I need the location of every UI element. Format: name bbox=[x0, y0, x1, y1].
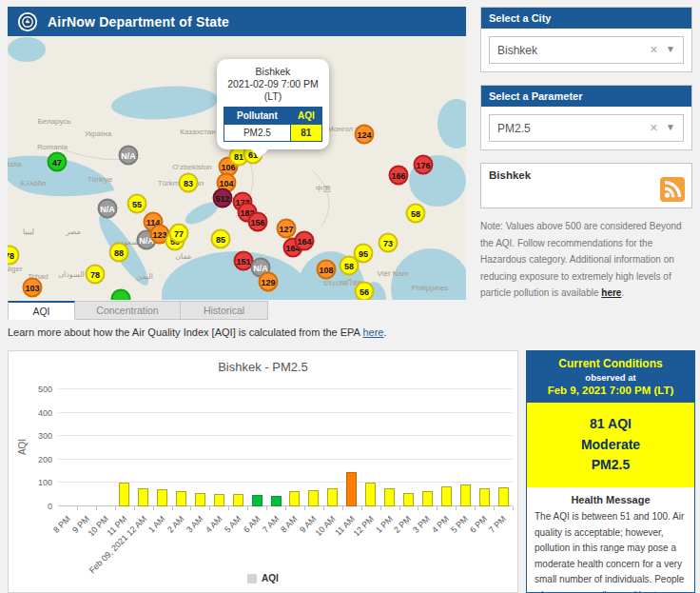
app-header: AirNow Department of State bbox=[8, 7, 466, 36]
y-axis-tick-label: 400 bbox=[38, 408, 52, 418]
aqi-chart-panel: Bishkek - PM2.5 AQI 01002003004005008 PM… bbox=[8, 350, 518, 593]
x-axis-tick bbox=[77, 506, 78, 510]
popup-timezone: (LT) bbox=[224, 90, 322, 103]
x-axis-tick bbox=[399, 506, 400, 510]
x-axis-tick-label: 3 AM bbox=[185, 514, 205, 535]
aqi-bar bbox=[384, 488, 395, 506]
map-popup: Bishkek 2021-02-09 7:00 PM (LT) Pollutan… bbox=[217, 59, 329, 149]
aqi-map-marker[interactable]: 108 bbox=[317, 260, 337, 280]
aqi-bar bbox=[233, 494, 243, 506]
x-axis-tick bbox=[456, 506, 457, 510]
x-axis-tick-label: 4 PM bbox=[430, 514, 451, 535]
tab-historical[interactable]: Historical bbox=[181, 301, 268, 320]
popup-col-aqi: AQI bbox=[290, 108, 321, 125]
aqi-bar bbox=[365, 483, 376, 506]
aqi-map-marker[interactable]: 73 bbox=[379, 233, 399, 253]
city-clear-icon[interactable]: ✕ bbox=[650, 44, 658, 56]
aqi-bar bbox=[214, 494, 224, 506]
x-axis-tick-label: 5 PM bbox=[449, 514, 470, 535]
gridline bbox=[58, 435, 513, 436]
city-select-combo[interactable]: Bishkek ✕ ▼ bbox=[489, 36, 684, 64]
aqi-map-marker[interactable]: 129 bbox=[259, 272, 279, 292]
learn-more-here-link[interactable]: here bbox=[362, 326, 383, 338]
parameter-caret-down-icon[interactable]: ▼ bbox=[666, 122, 675, 132]
city-caret-down-icon[interactable]: ▼ bbox=[666, 44, 675, 54]
learn-more-text: Learn more about how the Air Quality Ind… bbox=[8, 326, 386, 338]
popup-datetime: 2021-02-09 7:00 PM bbox=[224, 78, 322, 90]
chart-title: Bishkek - PM2.5 bbox=[9, 360, 517, 374]
x-axis-tick-label: 3 PM bbox=[412, 514, 433, 535]
x-axis-tick bbox=[153, 506, 154, 510]
current-conditions-panel: Current Conditions observed at Feb 9, 20… bbox=[526, 350, 695, 593]
aqi-map-marker[interactable]: 95 bbox=[354, 244, 374, 264]
aqi-map-marker[interactable]: 85 bbox=[211, 229, 231, 249]
aqi-map-marker[interactable]: 88 bbox=[109, 243, 129, 263]
tab-concentration[interactable]: Concentration bbox=[75, 301, 181, 320]
observed-datetime: Feb 9, 2021 7:00 PM (LT) bbox=[531, 385, 690, 396]
x-axis-tick bbox=[380, 506, 381, 510]
popup-aqi-value: 81 bbox=[290, 125, 321, 142]
note-here-link[interactable]: here bbox=[601, 287, 621, 298]
x-axis-tick-label: 6 PM bbox=[468, 514, 489, 535]
map-place-label: Việt Nam bbox=[378, 269, 409, 278]
x-axis-tick-label: 10 AM bbox=[314, 514, 338, 538]
popup-city: Bishkek bbox=[224, 66, 322, 78]
parameter-select-label: Select a Parameter bbox=[481, 86, 691, 107]
aqi-map-marker[interactable]: 124 bbox=[355, 125, 375, 145]
aqi-map-marker[interactable]: N/A bbox=[119, 146, 139, 166]
x-axis-tick-label: 5 AM bbox=[223, 514, 243, 535]
city-select-label: Select a City bbox=[481, 8, 691, 29]
x-axis-tick bbox=[361, 506, 362, 510]
chart-legend[interactable]: AQI bbox=[9, 573, 517, 583]
x-axis-tick bbox=[475, 506, 476, 510]
aqi-map-marker[interactable]: 77 bbox=[169, 224, 189, 244]
x-axis-tick bbox=[172, 506, 173, 510]
map-place-label: Беларусь bbox=[38, 117, 71, 126]
observed-at-label: observed at bbox=[531, 372, 690, 383]
map-place-label: Казахстан bbox=[180, 128, 216, 136]
aqi-map-marker[interactable]: 47 bbox=[48, 152, 68, 172]
parameter-clear-icon[interactable]: ✕ bbox=[650, 122, 658, 134]
page-title: AirNow Department of State bbox=[48, 14, 229, 30]
aqi-map-marker[interactable]: 176 bbox=[414, 155, 434, 175]
aqi-map[interactable]: БеларусьУкраїнаКазахстанRomaniaItaliaΕλλ… bbox=[8, 36, 466, 300]
legend-label: AQI bbox=[262, 573, 279, 583]
note-text: Note: Values above 500 are considered Be… bbox=[480, 221, 682, 298]
x-axis-tick bbox=[209, 506, 210, 510]
aqi-map-marker[interactable]: 103 bbox=[23, 278, 43, 298]
map-place-label: السودان bbox=[58, 270, 85, 279]
popup-pollutant-value: PM2.5 bbox=[224, 125, 291, 142]
aqi-bar bbox=[195, 493, 205, 507]
x-axis-tick-label: 2 AM bbox=[165, 514, 186, 535]
map-place-label: Niger bbox=[8, 265, 23, 273]
map-place-label: Philippines bbox=[412, 284, 449, 292]
popup-col-pollutant: Pollutant bbox=[224, 108, 291, 125]
beyond-aqi-note: Note: Values above 500 are considered Be… bbox=[480, 218, 692, 302]
aqi-map-marker[interactable]: 83 bbox=[179, 173, 199, 193]
aqi-map-marker[interactable]: 56 bbox=[355, 282, 375, 301]
aqi-map-marker[interactable]: 55 bbox=[127, 194, 147, 214]
parameter-select-combo[interactable]: PM2.5 ✕ ▼ bbox=[489, 114, 684, 142]
x-axis-tick bbox=[190, 506, 191, 510]
aqi-map-marker[interactable]: N/A bbox=[98, 199, 118, 219]
gridline bbox=[58, 459, 513, 460]
aqi-map-marker[interactable]: 512 bbox=[213, 188, 233, 208]
x-axis-tick bbox=[418, 506, 418, 510]
aqi-map-marker[interactable]: 58 bbox=[406, 204, 426, 224]
aqi-map-marker[interactable]: 166 bbox=[389, 166, 409, 186]
aqi-map-marker[interactable]: 156 bbox=[248, 212, 268, 232]
aqi-map-marker[interactable]: 164 bbox=[295, 231, 315, 251]
aqi-map-marker[interactable]: 127 bbox=[277, 219, 297, 239]
map-place-label: O'zbekiston bbox=[172, 163, 212, 171]
state-department-seal-icon bbox=[17, 11, 38, 32]
x-axis-tick bbox=[437, 506, 438, 510]
view-tabs: AQI Concentration Historical bbox=[8, 301, 268, 320]
legend-swatch bbox=[247, 574, 257, 583]
x-axis-tick bbox=[115, 506, 116, 510]
tab-aqi[interactable]: AQI bbox=[8, 301, 75, 320]
map-place-label: Italia bbox=[8, 160, 21, 168]
aqi-map-marker[interactable]: 78 bbox=[86, 265, 106, 285]
parameter-select-value: PM2.5 bbox=[497, 122, 531, 135]
rss-icon[interactable] bbox=[660, 177, 685, 202]
y-axis-tick-label: 500 bbox=[38, 385, 52, 394]
